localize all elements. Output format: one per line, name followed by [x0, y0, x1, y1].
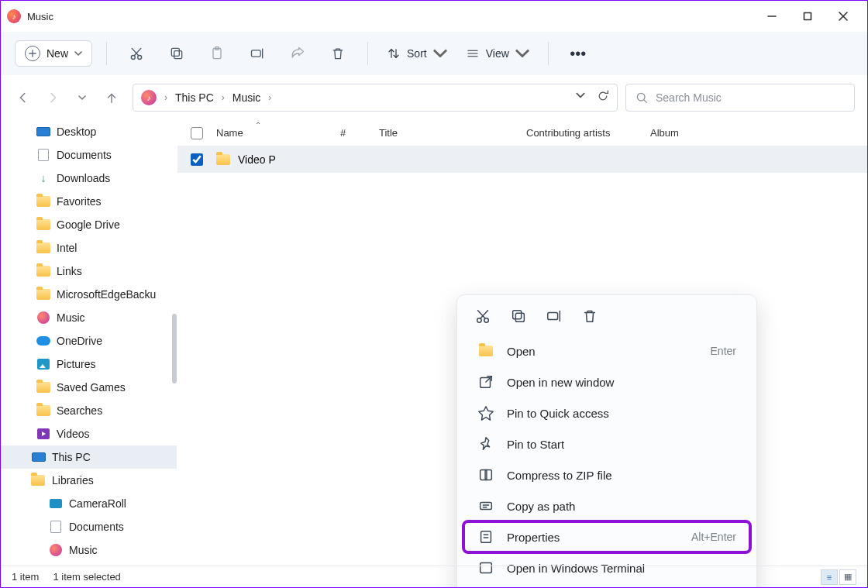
- status-selected-count: 1 item selected: [53, 571, 120, 583]
- column-title[interactable]: Title: [379, 127, 526, 139]
- more-button[interactable]: •••: [563, 40, 594, 67]
- nav-buttons: [13, 91, 125, 105]
- sidebar-item-google-drive[interactable]: Google Drive: [1, 213, 177, 236]
- maximize-button[interactable]: [790, 4, 825, 29]
- sort-icon: [387, 46, 401, 60]
- svg-rect-41: [481, 531, 491, 543]
- column-number[interactable]: #: [340, 127, 379, 139]
- up-button[interactable]: [105, 91, 119, 105]
- separator: [106, 42, 107, 65]
- view-details-button[interactable]: ≡: [821, 569, 838, 585]
- new-label: New: [46, 47, 68, 60]
- sidebar-item-favorites[interactable]: Favorites: [1, 190, 177, 213]
- ctx-cut-button[interactable]: [474, 308, 491, 325]
- svg-rect-10: [174, 51, 182, 59]
- ctx-pin-quick-access[interactable]: Pin to Quick access: [463, 397, 750, 428]
- sidebar-item-desktop[interactable]: Desktop: [1, 120, 177, 143]
- view-thumbnails-button[interactable]: ▦: [839, 569, 856, 585]
- ctx-pin-start[interactable]: Pin to Start: [463, 428, 750, 459]
- properties-icon: [477, 528, 494, 545]
- sidebar-item-searches[interactable]: Searches: [1, 399, 177, 422]
- sidebar-item-links[interactable]: Links: [1, 260, 177, 283]
- sidebar-item-documents[interactable]: Documents: [1, 143, 177, 167]
- ctx-rename-button[interactable]: [546, 308, 563, 325]
- view-button[interactable]: View: [461, 46, 534, 60]
- minimize-button[interactable]: [754, 4, 790, 29]
- sidebar-item-cameraroll[interactable]: CameraRoll: [1, 492, 177, 515]
- close-button[interactable]: [825, 4, 861, 29]
- new-button[interactable]: New: [15, 40, 92, 67]
- separator: [548, 42, 549, 65]
- sidebar-item-this-pc[interactable]: This PC: [1, 445, 177, 469]
- chevron-down-icon: [515, 46, 529, 60]
- ctx-properties[interactable]: PropertiesAlt+Enter: [463, 521, 750, 552]
- file-name: Video P: [238, 153, 276, 166]
- breadcrumb-separator: ›: [164, 92, 167, 103]
- sidebar-item-videos[interactable]: Videos: [1, 422, 177, 445]
- sidebar-scrollbar[interactable]: [172, 314, 177, 383]
- svg-point-25: [484, 318, 489, 323]
- back-button[interactable]: [16, 91, 30, 105]
- sort-button[interactable]: Sort: [382, 46, 452, 60]
- open-external-icon: [477, 373, 494, 390]
- share-button[interactable]: [282, 40, 313, 67]
- ctx-compress-zip[interactable]: Compress to ZIP file: [463, 459, 750, 490]
- svg-marker-34: [479, 407, 493, 420]
- cut-button[interactable]: [121, 40, 152, 67]
- plus-icon: [25, 46, 40, 61]
- sidebar-item-saved-games[interactable]: Saved Games: [1, 376, 177, 399]
- sidebar-item-libraries[interactable]: Libraries: [1, 469, 177, 492]
- address-row: ♪ › This PC › Music › Search Music: [1, 75, 867, 120]
- row-checkbox[interactable]: [191, 153, 203, 166]
- separator: [367, 42, 368, 65]
- address-bar[interactable]: ♪ › This PC › Music ›: [133, 84, 618, 112]
- svg-line-33: [486, 377, 491, 382]
- breadcrumb-music[interactable]: Music ›: [232, 91, 272, 104]
- ctx-delete-button[interactable]: [581, 308, 598, 325]
- sidebar-item-onedrive[interactable]: OneDrive: [1, 329, 177, 352]
- navigation-pane[interactable]: Desktop Documents ↓Downloads Favorites G…: [1, 120, 177, 566]
- sidebar-item-lib-music[interactable]: Music: [1, 538, 177, 562]
- chevron-down-icon: [433, 46, 447, 60]
- sort-label: Sort: [407, 47, 427, 60]
- sidebar-item-msedge-backup[interactable]: MicrosoftEdgeBacku: [1, 283, 177, 306]
- breadcrumb-this-pc[interactable]: This PC ›: [175, 91, 225, 104]
- ctx-copy-path[interactable]: Copy as path: [463, 490, 750, 521]
- svg-point-24: [477, 318, 482, 323]
- copy-button[interactable]: [161, 40, 192, 67]
- ctx-copy-button[interactable]: [510, 308, 527, 325]
- select-all-checkbox[interactable]: [191, 127, 203, 139]
- column-headers[interactable]: Name⌃ # Title Contributing artists Album: [177, 120, 867, 146]
- folder-open-icon: [477, 346, 494, 356]
- forward-button[interactable]: [46, 91, 60, 105]
- column-artist[interactable]: Contributing artists: [526, 127, 650, 139]
- file-row[interactable]: Video P: [177, 146, 867, 173]
- sidebar-item-pictures[interactable]: Pictures: [1, 352, 177, 376]
- ctx-open-new-window[interactable]: Open in new window: [463, 366, 750, 397]
- copy-path-icon: [477, 497, 494, 514]
- search-icon: [636, 91, 648, 104]
- star-icon: [477, 404, 494, 421]
- delete-button[interactable]: [322, 40, 353, 67]
- rename-button[interactable]: [242, 40, 273, 67]
- search-box[interactable]: Search Music: [625, 84, 855, 112]
- recent-locations-button[interactable]: [75, 91, 89, 105]
- refresh-button[interactable]: [597, 90, 609, 105]
- address-dropdown-button[interactable]: [575, 90, 586, 105]
- chevron-down-icon: [74, 50, 82, 57]
- folder-icon: [216, 154, 230, 165]
- svg-rect-11: [171, 48, 179, 56]
- column-name[interactable]: Name⌃: [216, 127, 340, 139]
- svg-rect-35: [480, 470, 492, 480]
- sidebar-item-lib-documents[interactable]: Documents: [1, 515, 177, 538]
- paste-button[interactable]: [202, 40, 232, 67]
- zip-icon: [477, 466, 494, 483]
- sidebar-item-music[interactable]: Music: [1, 306, 177, 329]
- column-album[interactable]: Album: [650, 127, 774, 139]
- svg-point-6: [131, 56, 135, 60]
- sidebar-item-downloads[interactable]: ↓Downloads: [1, 167, 177, 190]
- window-title: Music: [27, 11, 53, 22]
- ctx-open[interactable]: OpenEnter: [463, 335, 750, 366]
- status-bar: 1 item 1 item selected ≡ ▦: [1, 566, 867, 587]
- sidebar-item-intel[interactable]: Intel: [1, 236, 177, 260]
